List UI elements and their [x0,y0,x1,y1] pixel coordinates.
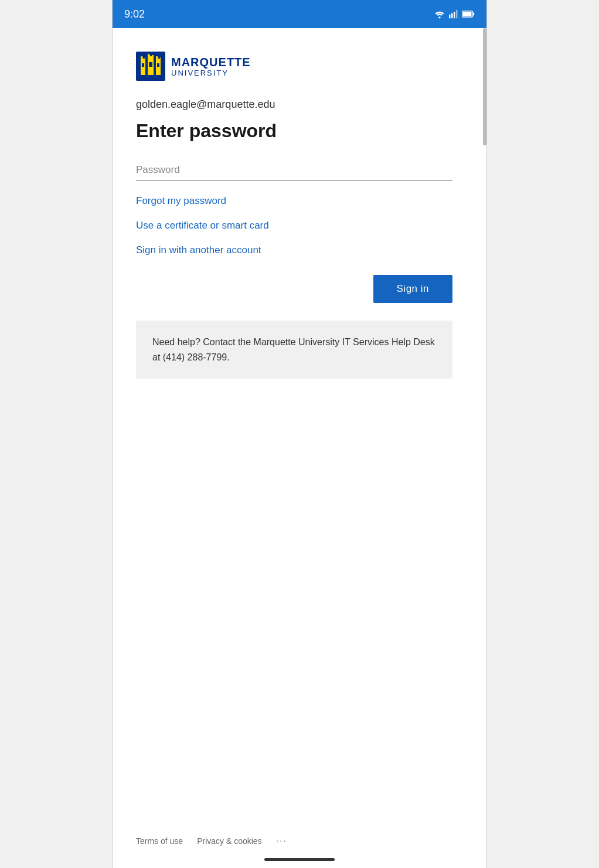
main-content: MARQUETTE UNIVERSITY golden.eagle@marque… [113,28,486,824]
certificate-link[interactable]: Use a certificate or smart card [136,220,463,232]
password-input-container [136,159,452,181]
svg-rect-19 [142,63,144,67]
signin-button[interactable]: Sign in [373,275,452,303]
svg-rect-12 [143,56,145,59]
status-time: 9:02 [124,8,145,21]
svg-rect-3 [454,12,455,18]
logo-container: MARQUETTE UNIVERSITY [136,52,463,81]
more-options-icon[interactable]: ··· [276,836,287,846]
svg-rect-4 [456,10,457,18]
svg-rect-7 [473,12,475,15]
forgot-password-link[interactable]: Forgot my password [136,195,463,207]
logo-text: MARQUETTE UNIVERSITY [171,56,251,77]
svg-rect-2 [451,13,452,18]
logo-university: UNIVERSITY [171,69,251,77]
scrollbar-thumb[interactable] [483,28,486,145]
marquette-logo-icon [136,52,165,81]
email-display: golden.eagle@marquette.edu [136,98,463,111]
svg-rect-11 [141,56,142,60]
footer: Terms of use Privacy & cookies ··· [113,824,486,858]
logo-marquette: MARQUETTE [171,56,251,69]
bottom-bar [113,858,486,868]
svg-point-0 [438,16,440,18]
svg-rect-17 [156,56,158,60]
battery-icon [462,10,475,18]
password-input[interactable] [136,159,452,181]
signal-icon [449,9,458,19]
signin-button-container: Sign in [136,275,452,303]
wifi-icon [434,9,445,19]
phone-frame: 9:02 [112,0,487,868]
page-title: Enter password [136,120,463,142]
svg-rect-18 [158,56,160,59]
svg-rect-14 [148,54,149,57]
help-box: Need help? Contact the Marquette Univers… [136,321,452,379]
content-spacer [136,390,463,812]
terms-of-use-link[interactable]: Terms of use [136,836,183,846]
help-text: Need help? Contact the Marquette Univers… [152,335,436,365]
status-bar: 9:02 [113,0,486,28]
svg-rect-1 [449,15,450,18]
bottom-indicator [264,858,335,861]
another-account-link[interactable]: Sign in with another account [136,244,463,256]
svg-rect-15 [150,54,152,56]
status-icons [434,9,475,19]
svg-rect-20 [149,62,152,67]
svg-rect-6 [462,12,471,16]
svg-rect-21 [157,63,159,67]
privacy-cookies-link[interactable]: Privacy & cookies [197,836,261,846]
